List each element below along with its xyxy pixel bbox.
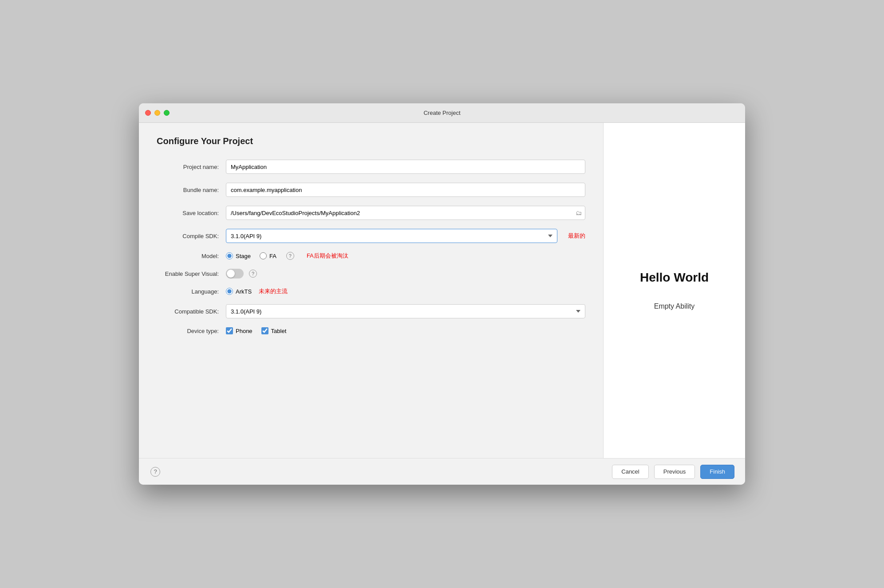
save-location-field: 🗂 [226, 206, 585, 220]
model-stage-radio[interactable] [226, 252, 233, 259]
model-stage-label: Stage [236, 253, 251, 259]
compile-sdk-annotation: 最新的 [568, 232, 585, 240]
previous-button[interactable]: Previous [654, 465, 695, 479]
page-title: Configure Your Project [157, 136, 585, 146]
project-name-row: Project name: [157, 160, 585, 174]
language-arkts-item: ArkTS [226, 288, 252, 295]
project-name-label: Project name: [157, 164, 219, 170]
language-arkts-radio[interactable] [226, 288, 233, 295]
super-visual-toggle[interactable] [226, 269, 244, 278]
model-label: Model: [157, 253, 219, 259]
dialog-window: Create Project Configure Your Project Pr… [139, 103, 745, 485]
compile-sdk-field: 3.1.0(API 9) [226, 229, 557, 243]
titlebar: Create Project [139, 103, 745, 123]
toggle-container: ? [226, 269, 257, 278]
model-fa-label: FA [269, 253, 276, 259]
compile-sdk-row: Compile SDK: 3.1.0(API 9) 最新的 [157, 229, 585, 243]
minimize-button[interactable] [154, 110, 160, 116]
compatible-sdk-row: Compatible SDK: 3.1.0(API 9) [157, 304, 585, 318]
device-tablet-checkbox[interactable] [261, 327, 268, 334]
folder-browse-icon[interactable]: 🗂 [576, 209, 582, 216]
model-fa-radio[interactable] [260, 252, 267, 259]
preview-hello-world: Hello World [640, 270, 709, 285]
device-type-row: Device type: Phone Tablet [157, 327, 585, 334]
preview-empty-ability: Empty Ability [654, 302, 695, 310]
model-fa-item: FA [260, 252, 276, 259]
cancel-button[interactable]: Cancel [612, 465, 648, 479]
project-name-input[interactable] [226, 160, 585, 174]
footer: ? Cancel Previous Finish [139, 458, 745, 485]
language-arkts-label: ArkTS [236, 288, 252, 295]
save-location-row: Save location: 🗂 [157, 206, 585, 220]
model-help-icon[interactable]: ? [286, 252, 294, 260]
model-annotation: FA后期会被淘汰 [307, 252, 348, 260]
compatible-sdk-field: 3.1.0(API 9) [226, 304, 585, 318]
close-button[interactable] [145, 110, 151, 116]
compatible-sdk-select[interactable]: 3.1.0(API 9) [226, 304, 585, 318]
device-phone-item: Phone [226, 327, 253, 334]
device-type-label: Device type: [157, 328, 219, 334]
footer-right: Cancel Previous Finish [612, 465, 734, 479]
device-tablet-item: Tablet [261, 327, 287, 334]
enable-super-visual-row: Enable Super Visual: ? [157, 269, 585, 278]
right-panel: Hello World Empty Ability [603, 123, 745, 458]
device-tablet-label: Tablet [271, 328, 287, 334]
language-label: Language: [157, 288, 219, 295]
model-radio-group: Stage FA ? FA后期会被淘汰 [226, 252, 585, 260]
maximize-button[interactable] [164, 110, 170, 116]
model-stage-item: Stage [226, 252, 251, 259]
main-content: Configure Your Project Project name: Bun… [139, 123, 745, 458]
device-phone-checkbox[interactable] [226, 327, 233, 334]
super-visual-help-icon[interactable]: ? [249, 270, 257, 278]
save-location-input-container: 🗂 [226, 206, 585, 220]
compile-sdk-label: Compile SDK: [157, 233, 219, 239]
compatible-sdk-label: Compatible SDK: [157, 308, 219, 315]
model-row: Model: Stage FA ? FA后期会被淘汰 [157, 252, 585, 260]
save-location-label: Save location: [157, 210, 219, 216]
language-annotation: 未来的主流 [259, 287, 288, 295]
language-row: Language: ArkTS 未来的主流 [157, 287, 585, 295]
window-title: Create Project [423, 110, 460, 116]
traffic-lights [145, 110, 170, 116]
device-phone-label: Phone [236, 328, 253, 334]
device-type-checkbox-group: Phone Tablet [226, 327, 585, 334]
project-name-field [226, 160, 585, 174]
toggle-thumb [227, 270, 235, 278]
footer-left: ? [150, 467, 160, 477]
finish-button[interactable]: Finish [700, 465, 734, 479]
left-panel: Configure Your Project Project name: Bun… [139, 123, 603, 458]
bundle-name-row: Bundle name: [157, 183, 585, 197]
bundle-name-input[interactable] [226, 183, 585, 197]
bundle-name-field [226, 183, 585, 197]
bundle-name-label: Bundle name: [157, 187, 219, 193]
footer-help-icon[interactable]: ? [150, 467, 160, 477]
save-location-input[interactable] [226, 206, 585, 220]
enable-super-visual-label: Enable Super Visual: [157, 270, 219, 277]
compile-sdk-select[interactable]: 3.1.0(API 9) [226, 229, 557, 243]
language-group: ArkTS 未来的主流 [226, 287, 585, 295]
